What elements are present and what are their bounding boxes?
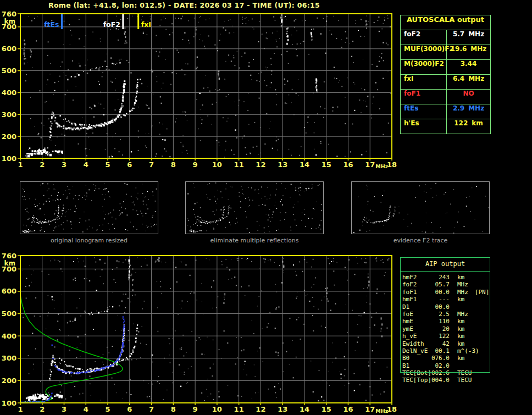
- aip-row-fof2: foF205.7MHz: [400, 281, 490, 288]
- aip-row-hme: hmE110km: [400, 318, 490, 325]
- x-axis-tick-label: 12: [256, 161, 265, 169]
- parameter-value: 5.7MHz: [447, 30, 490, 45]
- parameter-value: 3.44: [447, 60, 490, 74]
- parameter-label: ftEs: [401, 104, 447, 119]
- x-axis-tick-label: 8: [171, 161, 176, 169]
- x-axis-tick-label: 10: [212, 405, 222, 413]
- aip-row-b1: B102.0: [400, 362, 490, 369]
- marker-fxi-line: [137, 14, 139, 29]
- x-axis-tick-label: 6: [127, 405, 132, 413]
- aip-row-hmf2: hmF2243km: [400, 274, 490, 281]
- parameter-label: h'Es: [401, 119, 447, 134]
- x-axis-tick-label: 2: [40, 161, 45, 169]
- x-axis-tick-label: 13: [278, 161, 287, 169]
- autoscala-row-m3000f2: M(3000)F23.44: [401, 60, 490, 75]
- x-axis-unit-label: MHz: [375, 163, 388, 169]
- x-axis-tick-label: 9: [193, 405, 198, 413]
- x-axis-tick-label: 14: [300, 405, 309, 413]
- x-axis-tick-label: 8: [171, 405, 176, 413]
- aip-panel-header: AIP output: [400, 257, 490, 272]
- x-axis-tick-label: 5: [106, 161, 110, 169]
- x-axis-tick-label: 16: [343, 405, 353, 413]
- page-title: Rome (lat: +41.8, lon: 012.5) - DATE: 20…: [48, 1, 320, 9]
- y-axis-tick-label: 600: [2, 45, 16, 53]
- aip-row-delnve: DelN_vE00.1m^(-3): [400, 347, 490, 355]
- marker-fof2-line: [122, 14, 124, 29]
- x-axis-tick-label: 18: [387, 405, 397, 413]
- x-axis-tick-label: 7: [149, 405, 154, 413]
- parameter-label: foF1: [401, 90, 447, 104]
- marker-ftes-line: [61, 14, 63, 29]
- thumbnail-caption-1: original ionogram resized: [20, 237, 158, 244]
- thumbnail-caption-2: eliminate multiple reflections: [185, 237, 324, 244]
- x-axis-tick-label: 3: [62, 161, 66, 169]
- marker-fxi-label: fxI: [141, 20, 151, 29]
- y-axis-tick-label: 100: [2, 399, 16, 407]
- aip-row-ewidth: Ewidth42km: [400, 340, 490, 347]
- parameter-label: MUF(3000)F2: [401, 45, 447, 59]
- y-axis-unit-label: km: [4, 259, 15, 267]
- autoscala-row-fof1: foF1NO: [401, 90, 490, 104]
- thumbnail-3-canvas: [352, 182, 490, 234]
- x-axis-tick-label: 7: [149, 161, 154, 169]
- autoscala-panel-header: AUTOSCALA output: [401, 15, 490, 30]
- x-axis-tick-label: 14: [300, 161, 309, 169]
- autoscala-row-ftes: ftEs2.9MHz: [401, 104, 490, 119]
- autoscala-row-muf3000f2: MUF(3000)F219.6MHz: [401, 45, 490, 60]
- thumbnail-1-canvas: [20, 182, 158, 234]
- y-axis-tick-label: 760: [2, 10, 16, 18]
- aip-row-hve: h_vE122km: [400, 333, 490, 340]
- x-axis-tick-label: 3: [62, 405, 66, 413]
- x-axis-tick-label: 15: [322, 161, 331, 169]
- thumbnail-2-canvas: [186, 182, 324, 234]
- y-axis-tick-label: 760: [2, 252, 16, 260]
- autoscala-window: 760700600500400300200100km12345678910111…: [0, 0, 532, 415]
- aip-row-b0: B0076.0km: [400, 355, 490, 362]
- x-axis-tick-label: 4: [84, 161, 88, 169]
- y-axis-tick-label: 400: [2, 88, 16, 97]
- x-axis-tick-label: 17: [365, 405, 375, 413]
- x-axis-unit-label: MHz: [375, 408, 388, 414]
- parameter-value: NO: [447, 90, 490, 104]
- parameter-label: fxI: [401, 75, 447, 89]
- autoscala-row-fof2: foF25.7MHz: [401, 30, 490, 45]
- parameter-value: 6.4MHz: [447, 75, 490, 89]
- thumbnail-caption-3: evidence F2 trace: [351, 237, 490, 244]
- x-axis-tick-label: 13: [278, 405, 287, 413]
- aip-row-d1: D100.0: [400, 303, 490, 311]
- x-axis-tick-label: 12: [256, 405, 265, 413]
- aip-row-yme: ymE20km: [400, 325, 490, 333]
- parameter-value: 2.9MHz: [447, 104, 490, 119]
- aip-row-fof1: foF100.0MHz[PN]: [400, 289, 490, 296]
- x-axis-tick-label: 1: [18, 161, 23, 169]
- y-axis-tick-label: 400: [2, 332, 16, 340]
- x-axis-tick-label: 9: [193, 161, 198, 169]
- parameter-label: M(3000)F2: [401, 60, 447, 74]
- aip-row-foe: foE2.5MHz: [400, 311, 490, 318]
- parameter-value: 19.6MHz: [447, 45, 490, 59]
- aip-row-tecbot: TEC[Bot]002.6TECU: [400, 369, 490, 377]
- top-ionogram-plot: 760700600500400300200100km12345678910111…: [2, 10, 397, 170]
- x-axis-tick-label: 16: [343, 161, 353, 169]
- x-axis-tick-label: 11: [234, 161, 244, 169]
- x-axis-tick-label: 5: [106, 405, 110, 413]
- aip-output-panel: AIP output hmF2243kmfoF205.7MHzfoF100.0M…: [400, 257, 490, 384]
- x-axis-tick-label: 11: [234, 405, 244, 413]
- parameter-value: 122km: [447, 119, 490, 134]
- y-axis-tick-label: 100: [2, 154, 16, 163]
- y-axis-unit-label: km: [4, 18, 15, 25]
- aip-row-tectop: TEC[Top]004.0TECU: [400, 377, 490, 384]
- y-axis-tick-label: 500: [2, 67, 16, 75]
- autoscala-row-hes: h'Es122km: [401, 119, 490, 134]
- x-axis-tick-label: 1: [18, 405, 23, 413]
- y-axis-tick-label: 300: [2, 354, 16, 362]
- autoscala-row-fxi: fxI6.4MHz: [401, 75, 490, 90]
- y-axis-tick-label: 300: [2, 110, 16, 119]
- x-axis-tick-label: 6: [127, 161, 132, 169]
- marker-ftes-label: ftEs: [44, 20, 59, 29]
- x-axis-tick-label: 10: [212, 161, 222, 169]
- parameter-label: foF2: [401, 30, 447, 45]
- y-axis-tick-label: 200: [2, 377, 16, 385]
- x-axis-tick-label: 4: [84, 405, 88, 413]
- y-axis-tick-label: 600: [2, 287, 16, 295]
